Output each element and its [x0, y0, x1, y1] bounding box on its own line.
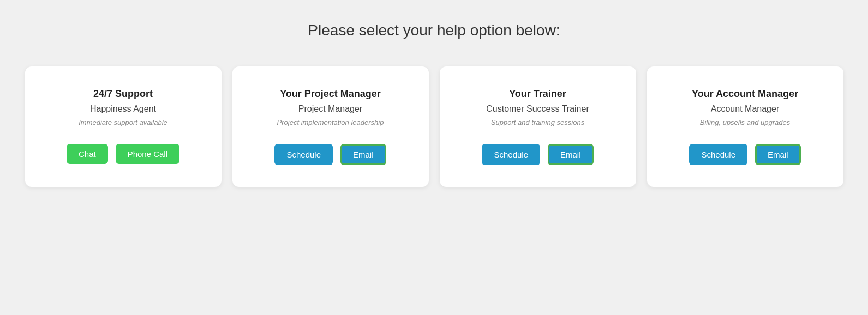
schedule-button[interactable]: Schedule — [482, 144, 540, 165]
card-subtitle: Customer Success Trainer — [486, 104, 589, 114]
cards-container: 24/7 SupportHappiness AgentImmediate sup… — [25, 66, 843, 187]
card-support: 24/7 SupportHappiness AgentImmediate sup… — [25, 66, 222, 187]
card-description: Support and training sessions — [491, 118, 584, 126]
email-button[interactable]: Email — [548, 144, 594, 165]
card-project-manager: Your Project ManagerProject ManagerProje… — [232, 66, 429, 187]
schedule-button[interactable]: Schedule — [689, 144, 747, 165]
card-buttons: ChatPhone Call — [67, 144, 179, 164]
email-button[interactable]: Email — [340, 144, 386, 165]
chat-button[interactable]: Chat — [67, 144, 108, 164]
card-title: Your Project Manager — [280, 88, 381, 100]
card-title: 24/7 Support — [93, 88, 153, 100]
card-title: Your Account Manager — [692, 88, 798, 100]
card-description: Immediate support available — [79, 118, 167, 126]
card-buttons: ScheduleEmail — [482, 144, 593, 165]
phone-call-button[interactable]: Phone Call — [116, 144, 179, 164]
card-account-manager: Your Account ManagerAccount ManagerBilli… — [647, 66, 843, 187]
card-subtitle: Account Manager — [711, 104, 779, 114]
schedule-button[interactable]: Schedule — [274, 144, 333, 165]
card-trainer: Your TrainerCustomer Success TrainerSupp… — [440, 66, 636, 187]
page-title: Please select your help option below: — [308, 22, 560, 39]
card-subtitle: Project Manager — [298, 104, 362, 114]
card-description: Billing, upsells and upgrades — [700, 118, 791, 126]
email-button[interactable]: Email — [755, 144, 801, 165]
card-subtitle: Happiness Agent — [90, 104, 156, 114]
card-title: Your Trainer — [509, 88, 566, 100]
card-description: Project implementation leadership — [277, 118, 384, 126]
card-buttons: ScheduleEmail — [689, 144, 800, 165]
card-buttons: ScheduleEmail — [274, 144, 386, 165]
